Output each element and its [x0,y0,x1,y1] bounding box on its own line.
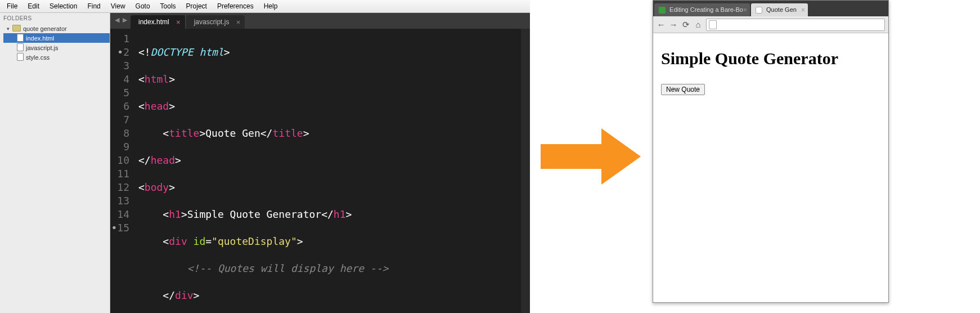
back-icon[interactable]: ← [657,20,666,29]
code-pane: ◀ ▶ index.html × javascript.js × 1 •2 3 … [110,13,530,313]
file-row-index[interactable]: index.html [3,33,110,43]
sidebar-header: FOLDERS [0,13,110,24]
favicon-icon [756,7,762,14]
code-area[interactable]: 1 •2 3 4 5 6 7 8 9 10 11 12 13 14 •15 <!… [110,29,530,313]
menu-find[interactable]: Find [83,1,105,11]
menu-project[interactable]: Project [182,1,212,11]
file-label: style.css [26,54,50,61]
file-icon [17,43,24,52]
browser-tab-editing[interactable]: Editing Creating a Bare-Bo × [654,3,750,16]
browser-tab-label: Editing Creating a Bare-Bo [669,6,743,13]
menu-goto[interactable]: Goto [131,1,155,11]
tab-label: javascript.js [194,18,230,26]
sidebar: FOLDERS ▾ quote generator index.html jav… [0,13,110,313]
folder-label: quote generator [23,25,67,32]
arrow-right-icon [541,128,642,185]
tab-index-html[interactable]: index.html × [131,15,185,29]
browser-toolbar: ← → ⟳ ⌂ [653,16,888,33]
menu-edit[interactable]: Edit [23,1,44,11]
tab-javascript-js[interactable]: javascript.js × [186,15,245,29]
gutter: 1 •2 3 4 5 6 7 8 9 10 11 12 13 14 •15 [110,29,134,313]
close-icon[interactable]: × [176,18,181,26]
file-row-css[interactable]: style.css [3,52,110,62]
menu-tools[interactable]: Tools [156,1,181,11]
tab-label: index.html [138,18,169,26]
browser-page: Simple Quote Generator New Quote [653,33,888,302]
menu-help[interactable]: Help [259,1,282,11]
menu-file[interactable]: File [2,1,22,11]
close-icon[interactable]: × [236,18,241,26]
file-icon [17,53,24,62]
favicon-icon [659,7,666,14]
browser-window: Editing Creating a Bare-Bo × Quote Gen ×… [653,0,889,303]
page-icon [709,20,717,29]
folder-icon [12,25,21,33]
vertical-scrollbar[interactable] [521,29,530,313]
code-lines[interactable]: <!DOCTYPE html> <html> <head> <title>Quo… [134,29,521,313]
nav-back-icon[interactable]: ◀ [114,16,120,24]
page-heading: Simple Quote Generator [661,49,880,68]
nav-forward-icon[interactable]: ▶ [122,16,128,24]
file-row-js[interactable]: javascript.js [3,43,110,52]
forward-icon[interactable]: → [669,20,678,29]
menu-view[interactable]: View [106,1,130,11]
browser-tab-label: Quote Gen [766,6,797,13]
chevron-down-icon: ▾ [6,26,10,32]
url-input[interactable] [706,19,885,31]
reload-icon[interactable]: ⟳ [681,20,690,30]
menubar: File Edit Selection Find View Goto Tools… [0,0,530,13]
close-icon[interactable]: × [801,6,805,14]
new-quote-button[interactable]: New Quote [661,84,705,95]
file-label: javascript.js [26,44,58,51]
home-icon[interactable]: ⌂ [694,20,703,29]
browser-tabbar: Editing Creating a Bare-Bo × Quote Gen × [653,1,888,16]
file-icon [17,34,24,43]
code-editor-window: File Edit Selection Find View Goto Tools… [0,0,530,313]
browser-tab-quotegen[interactable]: Quote Gen × [751,3,808,16]
arrow-container [530,0,653,313]
file-label: index.html [26,35,54,42]
nav-arrows: ◀ ▶ [114,16,128,24]
menu-preferences[interactable]: Preferences [213,1,258,11]
tabbar: ◀ ▶ index.html × javascript.js × [110,13,530,29]
close-icon[interactable]: × [743,6,747,14]
folder-row[interactable]: ▾ quote generator [3,24,110,33]
menu-selection[interactable]: Selection [45,1,82,11]
